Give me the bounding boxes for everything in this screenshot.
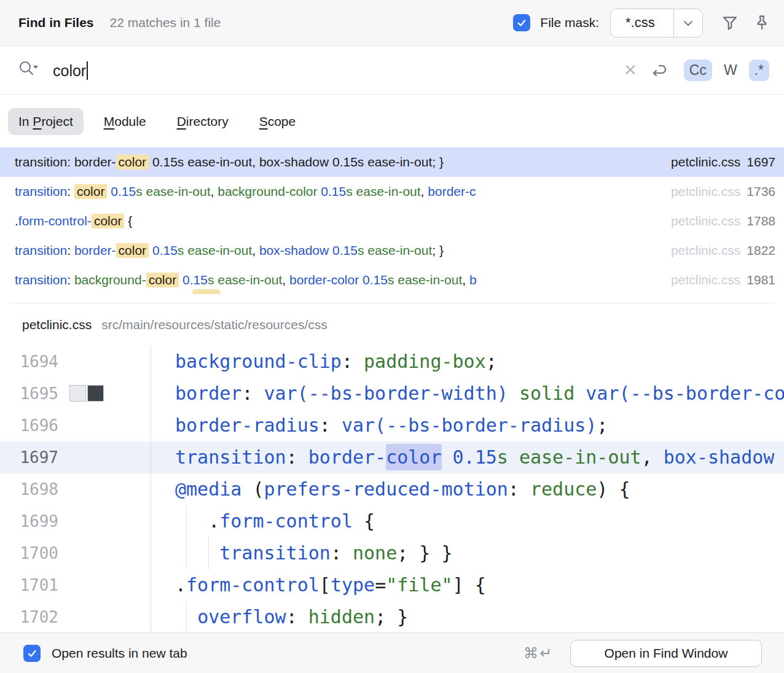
code-text: overflow: hidden; } <box>175 601 408 632</box>
code-token: none <box>353 542 397 564</box>
code-token <box>175 542 219 564</box>
search-result-row[interactable]: transition: border-color 0.15s ease-in-o… <box>0 147 784 177</box>
result-location: petclinic.css1822 <box>671 243 775 258</box>
search-result-row[interactable]: transition: color 0.15s ease-in-out, bac… <box>0 177 784 206</box>
code-token: ; <box>597 414 608 436</box>
code-token: [ <box>319 574 331 596</box>
filter-button[interactable] <box>718 10 742 35</box>
code-token: ] { <box>453 574 486 596</box>
search-result-row[interactable]: .form-control-color {petclinic.css1788 <box>0 206 784 236</box>
open-in-find-window-button[interactable]: Open in Find Window <box>570 640 762 667</box>
code-line[interactable]: 1698@media (prefers-reduced-motion: redu… <box>0 473 784 505</box>
code-line[interactable]: 1694background-clip: padding-box; <box>0 346 784 378</box>
css-color-swatch-dark[interactable] <box>87 385 104 402</box>
search-history-button[interactable] <box>17 59 39 82</box>
file-mask-checkbox[interactable] <box>513 14 530 31</box>
pin-icon <box>753 14 771 32</box>
search-input[interactable]: color <box>53 61 88 80</box>
code-token: : <box>508 478 530 500</box>
code-token: : <box>286 446 308 468</box>
code-token: , <box>462 273 469 287</box>
file-mask-value[interactable]: *.css <box>611 9 673 37</box>
code-text: .form-control { <box>175 505 375 537</box>
results-list: transition: border-color 0.15s ease-in-o… <box>0 147 784 299</box>
code-token: box-shadow <box>259 243 329 257</box>
search-result-row[interactable]: transition: border-color 0.15s ease-in-o… <box>0 236 784 265</box>
file-mask-combobox[interactable]: *.css <box>610 9 703 37</box>
line-number: 1695 <box>0 378 58 410</box>
result-line-number: 1822 <box>747 243 775 257</box>
code-line[interactable]: 1702 overflow: hidden; } <box>0 601 784 632</box>
code-token: 0.15 <box>111 184 136 198</box>
code-token: : <box>67 184 74 198</box>
match-highlight: color <box>146 273 179 287</box>
code-token: type <box>331 574 375 596</box>
code-line[interactable]: 1699 .form-control { <box>0 505 784 537</box>
scope-tab-module[interactable]: Module <box>93 108 157 135</box>
preview-file-name: petclinic.css <box>22 317 92 332</box>
code-token: , <box>641 446 664 468</box>
pin-button[interactable] <box>750 10 774 35</box>
regex-toggle[interactable]: .* <box>749 60 769 81</box>
indent-guide <box>186 601 187 632</box>
code-preview-editor[interactable]: 1694background-clip: padding-box;1695bor… <box>0 346 784 632</box>
code-token: background-clip <box>175 351 342 372</box>
insert-newline-button[interactable] <box>648 59 669 82</box>
whole-words-toggle[interactable]: W <box>718 60 743 81</box>
code-token: . <box>175 510 219 532</box>
result-location: petclinic.css1697 <box>671 155 775 169</box>
code-line[interactable]: 1700 transition: none; } } <box>0 537 784 569</box>
scope-tab-in-project[interactable]: In Project <box>8 108 84 135</box>
line-number: 1696 <box>0 410 58 442</box>
result-line-number: 1788 <box>747 214 775 228</box>
checkmark-icon <box>26 648 37 659</box>
result-location: petclinic.css1788 <box>671 214 775 228</box>
code-token: , <box>211 184 218 198</box>
code-token: transition <box>15 184 67 198</box>
code-text: @media (prefers-reduced-motion: reduce) … <box>175 473 630 505</box>
code-token <box>442 446 453 468</box>
checkmark-icon <box>516 17 527 28</box>
code-token: 0.15 <box>363 273 388 287</box>
search-result-row[interactable]: transition: background-color 0.15s ease-… <box>0 265 784 295</box>
code-line[interactable]: 1695border: var(--bs-border-width) solid… <box>0 378 784 410</box>
clear-search-button[interactable]: ✕ <box>619 61 642 80</box>
newline-arrow-icon <box>648 59 669 80</box>
find-in-files-dialog: Find in Files 22 matches in 1 file File … <box>0 0 784 673</box>
scope-tab-directory[interactable]: Directory <box>167 108 239 135</box>
result-file-name: petclinic.css <box>671 214 740 228</box>
code-token: background-color <box>218 184 317 198</box>
scope-tabs: In ProjectModuleDirectoryScope <box>0 95 784 147</box>
code-text: transition: border-color 0.15s ease-in-o… <box>175 442 774 473</box>
scope-tab-scope[interactable]: Scope <box>249 108 307 135</box>
code-token: , <box>282 273 289 287</box>
partial-match-highlight <box>192 289 221 294</box>
code-token: ease-in-out <box>519 446 641 468</box>
code-token: form-control- <box>18 214 92 228</box>
code-token: prefers-reduced-motion <box>264 478 508 500</box>
result-line-number: 1981 <box>747 273 775 287</box>
code-token: ; } <box>375 606 408 628</box>
code-token: 0.15 <box>332 243 358 257</box>
code-token: s ease-in-out <box>388 273 462 287</box>
result-line-number: 1736 <box>747 184 775 198</box>
css-color-swatch-light[interactable] <box>69 385 86 402</box>
code-token: form-control <box>219 510 353 532</box>
code-token: 0.15 <box>182 273 208 287</box>
open-results-checkbox[interactable] <box>23 645 41 662</box>
code-token: : <box>286 606 308 628</box>
result-text: transition: background-color 0.15s ease-… <box>15 273 664 287</box>
code-token: s ease-in-out <box>358 243 432 257</box>
code-token: transition <box>175 446 286 468</box>
editor-selection: color <box>386 444 441 470</box>
code-line[interactable]: 1697transition: border-color 0.15s ease-… <box>0 442 784 473</box>
match-case-toggle[interactable]: Cc <box>684 60 712 81</box>
code-token: transition <box>15 243 67 257</box>
result-location: petclinic.css1736 <box>671 184 775 199</box>
line-number: 1701 <box>0 569 58 601</box>
code-token: transition: border- <box>15 155 116 169</box>
file-mask-dropdown-button[interactable] <box>674 9 702 37</box>
code-line[interactable]: 1701.form-control[type="file"] { <box>0 569 784 601</box>
code-token: border <box>175 383 241 404</box>
code-line[interactable]: 1696border-radius: var(--bs-border-radiu… <box>0 410 784 442</box>
